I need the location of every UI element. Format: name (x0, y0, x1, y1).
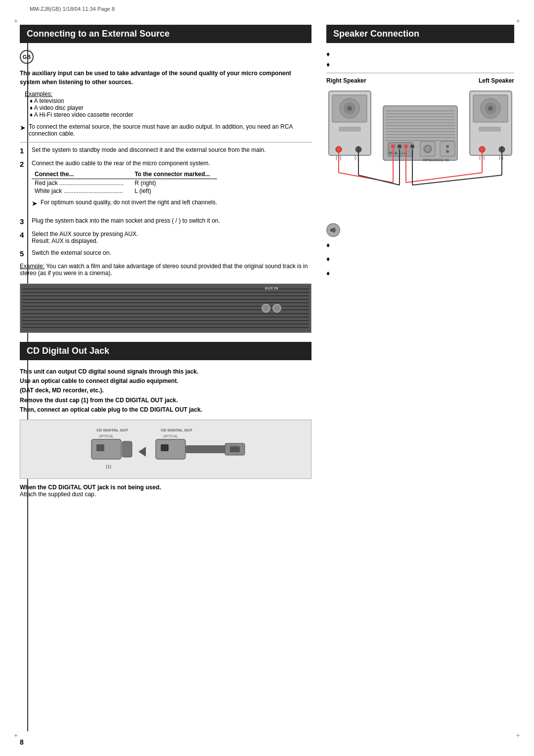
step4: 4 Select the AUX source by pressing AUX.… (20, 231, 312, 244)
svg-point-37 (391, 144, 395, 148)
svg-rect-54 (479, 127, 501, 132)
svg-marker-72 (332, 227, 335, 233)
right-speaker-label: Right Speaker (326, 77, 366, 84)
list-item: A Hi-Fi stereo video cassette recorder (30, 111, 312, 118)
table-cell: White jack .............................… (32, 187, 132, 195)
svg-rect-10 (161, 444, 169, 451)
aux-label: AUX IN (262, 286, 281, 290)
svg-text:OPTICAL: OPTICAL (163, 434, 178, 438)
note2: ➤ For optimum sound quality, do not inve… (32, 199, 217, 207)
divider (20, 142, 312, 142)
svg-rect-11 (185, 445, 230, 453)
speaker-icon-area (326, 223, 514, 237)
svg-point-44 (426, 147, 430, 151)
step4-result: Result: AUX is displayed. (32, 237, 138, 244)
svg-text:(-): (-) (499, 155, 503, 160)
svg-point-18 (347, 106, 352, 111)
table-row: Red jack ...............................… (32, 179, 217, 188)
corner-mark-br: + (516, 731, 520, 739)
arrow-icon: ➤ (20, 124, 26, 132)
note-item3: ♦ (326, 269, 514, 278)
step2: 2 Connect the audio cable to the rear of… (20, 160, 312, 212)
rear-panel-image: AUX IN (20, 284, 312, 333)
table-header2: To the connector marked... (132, 170, 217, 179)
diamond-icon3: ♦ (326, 241, 330, 249)
right-notes: ♦ ♦ ♦ (326, 223, 514, 278)
note2-text: For optimum sound quality, do not invert… (41, 199, 217, 206)
note-item2: ♦ (326, 255, 514, 263)
cd-section-title: CD Digital Out Jack (20, 342, 312, 360)
note1: ➤ To connect the external source, the so… (20, 123, 312, 137)
divider-right (326, 73, 514, 73)
table-row: White jack .............................… (32, 187, 217, 195)
svg-marker-5 (138, 447, 146, 457)
step2-text: Connect the audio cable to the rear of t… (32, 160, 217, 167)
svg-text:CD DIGITAL OUT: CD DIGITAL OUT (96, 428, 128, 432)
table-cell: R (right) (132, 179, 217, 188)
intro-text: The auxiliary input can be used to take … (20, 69, 312, 87)
speaker-diagram-svg: (+) (-) (326, 86, 514, 215)
svg-text:CD DIGITAL OUT: CD DIGITAL OUT (161, 428, 192, 432)
step2-num: 2 (20, 160, 28, 168)
list-item: A video disc player (30, 104, 312, 111)
table-cell: Red jack ...............................… (32, 179, 132, 188)
aux-jack-1 (262, 304, 270, 313)
table-header1: Connect the... (32, 170, 132, 179)
step4-text: Select the AUX source by pressing AUX. (32, 231, 138, 237)
example-label: Example: (20, 263, 44, 270)
aux-in-area: AUX IN (262, 284, 281, 332)
aux-jack-2 (272, 304, 281, 313)
left-column: Connecting to an External Source GB The … (20, 25, 312, 498)
step3-num: 3 (20, 217, 28, 226)
arrow-icon: ➤ (32, 199, 38, 207)
svg-rect-2 (91, 439, 121, 459)
diamond-icon2: ♦ (326, 60, 330, 69)
corner-mark-bl: + (14, 731, 18, 739)
example-note: Example: You can watch a film and take a… (20, 263, 312, 277)
left-speaker-label: Left Speaker (479, 77, 514, 84)
when-not-used-title: When the CD DiGiTAL OUT jack is not bein… (20, 484, 161, 491)
cd-digital-out-image: CD DIGITAL OUT OPTICAL (1) CD DIGITAL OU… (20, 420, 312, 479)
table-cell: L (left) (132, 187, 217, 195)
diamond-icon1: ♦ (326, 50, 330, 58)
svg-rect-71 (330, 229, 332, 232)
svg-text:IMPEDANCE-4Ω: IMPEDANCE-4Ω (423, 158, 449, 162)
gb-badge: GB (20, 50, 34, 64)
examples-label: Examples: (25, 91, 52, 97)
svg-point-40 (410, 144, 414, 148)
diamond-icon5: ♦ (326, 269, 330, 278)
page-number: 8 (20, 738, 24, 746)
cd-optical-svg: CD DIGITAL OUT OPTICAL (1) CD DIGITAL OU… (82, 425, 250, 474)
cd-intro: This unit can output CD digital sound si… (20, 367, 312, 415)
page-header: MM-ZJ8(GB) 1/18/04 11:34 Page 8 (30, 6, 115, 12)
svg-point-48 (446, 150, 449, 153)
step3: 3 Plug the system back into the main soc… (20, 217, 312, 226)
connect-table: Connect the... To the connector marked..… (32, 170, 217, 195)
when-not-used: When the CD DiGiTAL OUT jack is not bein… (20, 484, 312, 498)
step4-num: 4 (20, 231, 28, 239)
examples-list: A television A video disc player A Hi-Fi… (30, 97, 312, 118)
right-column: Speaker Connection ♦ ♦ Right Speaker Lef… (326, 25, 514, 498)
note1-text: To connect the external source, the sour… (29, 123, 312, 137)
svg-text:R+ R- L+ L-: R+ R- L+ L- (389, 151, 407, 155)
speaker-svg-icon (330, 227, 337, 234)
step5-num: 5 (20, 249, 28, 258)
svg-point-47 (446, 145, 449, 148)
cd-section: CD Digital Out Jack This unit can output… (20, 342, 312, 498)
step1-text: Set the system to standby mode and disco… (32, 146, 266, 153)
svg-point-53 (488, 106, 493, 111)
example-text: You can watch a film and take advantage … (20, 263, 308, 277)
speaker-connection-title: Speaker Connection (326, 25, 514, 43)
svg-text:(1): (1) (106, 464, 111, 469)
svg-point-39 (404, 144, 408, 148)
list-item: A television (30, 97, 312, 104)
bullet2: ♦ (326, 60, 514, 69)
connecting-section-title: Connecting to an External Source (20, 25, 312, 43)
svg-rect-46 (440, 142, 455, 156)
speaker-labels: Right Speaker Left Speaker (326, 77, 514, 84)
speaker-diagram-container: (+) (-) (326, 86, 514, 216)
bullet1: ♦ (326, 50, 514, 58)
step3-text: Plug the system back into the main socke… (32, 217, 220, 224)
step1-num: 1 (20, 146, 28, 155)
examples-section: Examples: A television A video disc play… (25, 91, 312, 118)
